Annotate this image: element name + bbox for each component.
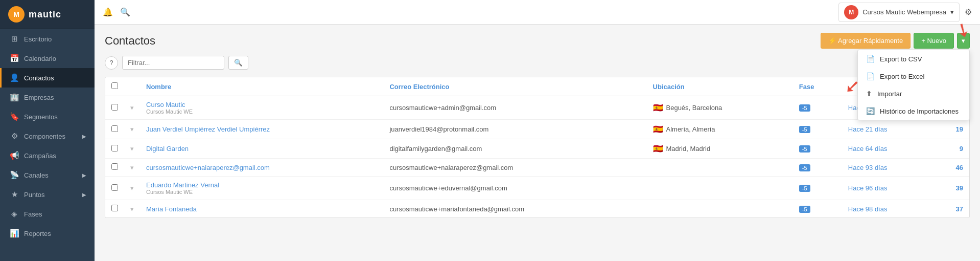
date-cell-5: Hace 98 días	[842, 200, 934, 218]
sidebar-item-canales[interactable]: 📡 Canales ▶	[0, 165, 95, 185]
row-sort-5: ▾	[124, 200, 140, 218]
sidebar-item-contactos[interactable]: 👤 Contactos	[0, 68, 95, 88]
sidebar-label-contactos: Contactos	[24, 74, 54, 82]
row-sort-1: ▾	[124, 120, 140, 139]
sidebar-item-puntos[interactable]: ★ Puntos ▶	[0, 185, 95, 204]
sidebar-item-escritorio[interactable]: ⊞ Escritorio	[0, 29, 95, 49]
historico-icon: 🔄	[866, 107, 875, 115]
date-link-3[interactable]: Hace 93 días	[848, 164, 888, 171]
table-row: ▾ cursosmauticwe+naiaraperez@gmail.com c…	[105, 159, 969, 177]
contact-name-link-5[interactable]: María Fontaneda	[146, 205, 197, 213]
sidebar-label-calendario: Calendario	[24, 55, 56, 62]
escritorio-icon: ⊞	[10, 34, 19, 44]
col-header-2[interactable]: Nombre	[140, 77, 383, 96]
sidebar-item-fases[interactable]: ◈ Fases	[0, 204, 95, 224]
reportes-icon: 📊	[10, 229, 19, 238]
date-link-4[interactable]: Hace 96 días	[848, 184, 888, 192]
logo[interactable]: M mautic	[0, 0, 95, 29]
contact-name-cell-4: Eduardo Martinez Vernal Cursos Mautic WE	[140, 177, 383, 200]
location-value-2: Madrid, Madrid	[666, 145, 711, 153]
filter-input[interactable]	[122, 56, 224, 70]
quick-add-button[interactable]: ⚡ Agregar Rápidamente	[821, 33, 911, 49]
email-cell-4: cursosmauticwe+eduvernal@gmail.com	[383, 177, 646, 200]
score-badge-1: -5	[799, 126, 810, 133]
row-checkbox-cell-3	[105, 159, 124, 177]
row-checkbox-5[interactable]	[111, 205, 118, 211]
contact-sub-4: Cursos Mautic WE	[146, 189, 377, 195]
user-dropdown-arrow: ▾	[950, 8, 954, 16]
sidebar-label-componentes: Componentes	[24, 133, 65, 140]
row-checkbox-3[interactable]	[111, 163, 118, 170]
date-link-5[interactable]: Hace 98 días	[848, 205, 888, 213]
email-value-2: digitalfamilygarden@gmail.com	[389, 145, 482, 153]
col-header-0	[105, 77, 124, 96]
filter-help-button[interactable]: ?	[105, 56, 118, 70]
date-cell-2: Hace 64 días	[842, 139, 934, 159]
topbar: 🔔 🔍 M Cursos Mautic Webempresa ▾ ⚙	[95, 0, 980, 25]
table-row: ▾ Digital Garden digitalfamilygarden@gma…	[105, 139, 969, 159]
flag-2: 🇪🇸	[653, 144, 663, 154]
contact-name-link-4[interactable]: Eduardo Martinez Vernal	[146, 181, 219, 189]
date-link-2[interactable]: Hace 64 días	[848, 145, 888, 153]
phase-cell-3: -5	[793, 159, 842, 177]
points-cell-2: 9	[934, 139, 969, 159]
importar-icon: ⬆	[866, 90, 872, 98]
points-cell-3: 46	[934, 159, 969, 177]
phase-cell-5: -5	[793, 200, 842, 218]
filter-search-button[interactable]: 🔍	[228, 56, 248, 70]
bell-icon[interactable]: 🔔	[103, 7, 113, 17]
points-cell-5: 37	[934, 200, 969, 218]
location-cell-0: 🇪🇸 Begués, Barcelona	[647, 96, 793, 120]
col-header-4[interactable]: Ubicación	[647, 77, 793, 96]
row-checkbox-0[interactable]	[111, 104, 118, 111]
search-icon[interactable]: 🔍	[120, 7, 130, 17]
row-checkbox-cell-2	[105, 139, 124, 159]
sidebar-item-componentes[interactable]: ⚙ Componentes ▶	[0, 126, 95, 146]
canales-icon: 📡	[10, 170, 19, 180]
row-checkbox-1[interactable]	[111, 125, 118, 132]
location-value-1: Almería, Almería	[666, 125, 715, 133]
segmentos-icon: 🔖	[10, 112, 19, 121]
dropdown-export-excel[interactable]: 📄 Export to Excel	[858, 68, 969, 85]
points-cell-4: 39	[934, 177, 969, 200]
gear-icon[interactable]: ⚙	[965, 7, 972, 17]
sidebar-item-calendario[interactable]: 📅 Calendario	[0, 49, 95, 68]
dropdown-toggle-button[interactable]: ▾	[957, 33, 970, 49]
historico-label: Histórico de Importaciones	[880, 107, 959, 115]
user-menu[interactable]: M Cursos Mautic Webempresa ▾	[838, 3, 960, 22]
page-title: Contactos	[105, 34, 155, 48]
sidebar-label-segmentos: Segmentos	[24, 113, 58, 121]
points-value-1: 19	[956, 125, 963, 133]
row-checkbox-cell-4	[105, 177, 124, 200]
col-header-3[interactable]: Correo Electrónico	[383, 77, 646, 96]
contact-name-link-2[interactable]: Digital Garden	[146, 145, 189, 153]
row-checkbox-2[interactable]	[111, 145, 118, 151]
date-cell-3: Hace 93 días	[842, 159, 934, 177]
date-link-1[interactable]: Hace 21 días	[848, 125, 888, 133]
dropdown-export-csv[interactable]: 📄 Export to CSV	[858, 50, 969, 68]
sidebar-item-empresas[interactable]: 🏢 Empresas	[0, 88, 95, 107]
sidebar-item-segmentos[interactable]: 🔖 Segmentos	[0, 107, 95, 126]
row-checkbox-4[interactable]	[111, 184, 118, 191]
export-csv-icon: 📄	[866, 55, 875, 63]
new-button[interactable]: + Nuevo	[914, 33, 954, 49]
select-all-checkbox[interactable]	[111, 82, 118, 89]
score-badge-3: -5	[799, 164, 810, 171]
col-header-5[interactable]: Fase	[793, 77, 842, 96]
page-header: Contactos ⚡ Agregar Rápidamente + Nuevo …	[105, 33, 970, 49]
points-value-4: 39	[956, 184, 963, 192]
sidebar: M mautic ⊞ Escritorio 📅 Calendario 👤 Con…	[0, 0, 95, 261]
topbar-left-icons: 🔔 🔍	[103, 7, 130, 17]
contact-name-link-3[interactable]: cursosmauticwe+naiaraperez@gmail.com	[146, 164, 270, 171]
contact-name-link-0[interactable]: Curso Mautic	[146, 101, 185, 108]
dropdown-historico[interactable]: 🔄 Histórico de Importaciones	[858, 102, 969, 120]
score-badge-4: -5	[799, 185, 810, 192]
sidebar-item-reportes[interactable]: 📊 Reportes	[0, 224, 95, 243]
dropdown-importar[interactable]: ⬆ Importar	[858, 85, 969, 102]
sidebar-item-campanas[interactable]: 📢 Campañas	[0, 146, 95, 165]
contact-name-link-1[interactable]: Juan Verdiel Umpiérrez Verdiel Umpiérrez	[146, 125, 270, 133]
contacts-table: NombreCorreo ElectrónicoUbicaciónFasePun…	[105, 77, 970, 218]
email-cell-1: juanverdiel1984@protonmail.com	[383, 120, 646, 139]
sidebar-label-fases: Fases	[24, 210, 42, 218]
email-value-5: cursosmauticwe+mariafontaneda@gmail.com	[389, 205, 524, 213]
